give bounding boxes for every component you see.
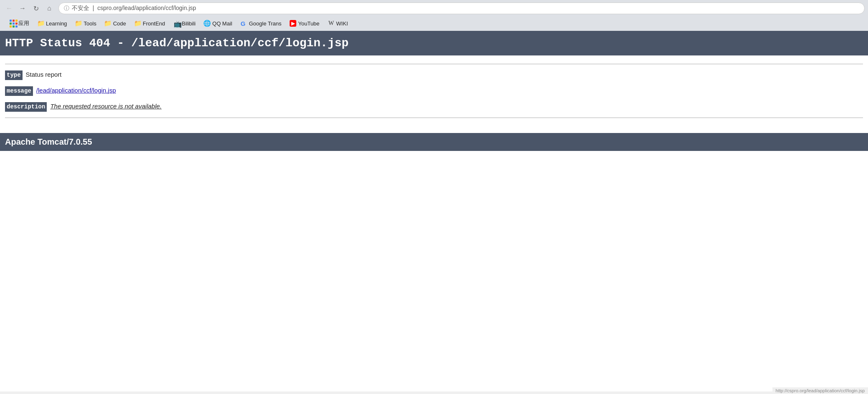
bookmark-code-label: Code — [113, 20, 126, 27]
bookmark-wiki[interactable]: W WIKI — [325, 19, 351, 28]
bookmark-bilibili-label: Bilibili — [182, 20, 196, 27]
back-button[interactable]: ← — [3, 3, 15, 14]
page-content: HTTP Status 404 - /lead/application/ccf/… — [0, 31, 868, 391]
nav-buttons: ← → ↻ ⌂ — [3, 3, 55, 14]
bookmark-learning[interactable]: 📁 Learning — [34, 19, 71, 28]
folder-frontend-icon: 📁 — [134, 20, 141, 27]
apps-label: 应用 — [18, 20, 29, 27]
qq-mail-icon: 🌐 — [204, 20, 211, 27]
browser-toolbar: ← → ↻ ⌂ ⓘ 不安全 | cspro.org/lead/applicati… — [3, 3, 865, 14]
top-divider — [5, 64, 863, 64]
tomcat-footer: Apache Tomcat/7.0.55 — [0, 133, 868, 151]
folder-tools-icon: 📁 — [76, 20, 82, 27]
bookmark-frontend[interactable]: 📁 FrontEnd — [131, 19, 168, 28]
type-value: Status report — [26, 70, 62, 80]
reload-button[interactable]: ↻ — [30, 3, 42, 14]
bookmark-tools-label: Tools — [84, 20, 96, 27]
url-domain: cspro.org/lead/application/ccf/login.jsp — [97, 5, 196, 11]
wiki-icon: W — [328, 20, 335, 27]
browser-chrome: ← → ↻ ⌂ ⓘ 不安全 | cspro.org/lead/applicati… — [0, 0, 868, 31]
forward-button[interactable]: → — [17, 3, 28, 14]
bookmark-google-trans-label: Google Trans — [249, 20, 281, 27]
bottom-divider — [5, 118, 863, 118]
address-bar[interactable]: ⓘ 不安全 | cspro.org/lead/application/ccf/l… — [58, 3, 865, 14]
folder-learning-icon: 📁 — [38, 20, 44, 27]
http-status-header: HTTP Status 404 - /lead/application/ccf/… — [0, 31, 868, 55]
bookmark-bilibili[interactable]: 📺 Bilibili — [170, 19, 199, 28]
status-title: HTTP Status 404 - /lead/application/ccf/… — [5, 37, 348, 50]
description-row: description The requested resource is no… — [5, 102, 863, 112]
security-icon: ⓘ — [64, 5, 69, 12]
apps-grid-icon — [10, 20, 17, 27]
url-text: 不安全 | cspro.org/lead/application/ccf/log… — [72, 5, 196, 12]
page-body: type Status report message /lead/applica… — [0, 55, 868, 126]
bookmark-apps[interactable]: 应用 — [7, 18, 33, 28]
message-label: message — [5, 86, 33, 96]
status-url: http://cspro.org/lead/application/ccf/lo… — [776, 388, 865, 391]
message-row: message /lead/application/ccf/login.jsp — [5, 86, 863, 96]
message-value: /lead/application/ccf/login.jsp — [36, 86, 116, 95]
type-label: type — [5, 70, 23, 80]
bookmark-learning-label: Learning — [46, 20, 67, 27]
bookmark-frontend-label: FrontEnd — [143, 20, 165, 27]
bookmark-qq-mail[interactable]: 🌐 QQ Mail — [201, 19, 236, 28]
status-bar: http://cspro.org/lead/application/ccf/lo… — [772, 387, 868, 391]
home-button[interactable]: ⌂ — [43, 3, 55, 14]
type-row: type Status report — [5, 70, 863, 80]
bookmark-code[interactable]: 📁 Code — [101, 19, 129, 28]
bilibili-icon: 📺 — [174, 20, 180, 27]
folder-code-icon: 📁 — [105, 20, 111, 27]
bookmark-qq-label: QQ Mail — [212, 20, 232, 27]
bookmark-google-trans[interactable]: G Google Trans — [237, 19, 285, 28]
google-trans-icon: G — [240, 20, 247, 27]
description-label: description — [5, 102, 47, 112]
bookmark-youtube-label: YouTube — [298, 20, 319, 27]
youtube-icon: ▶ — [290, 20, 296, 27]
bookmarks-bar: 应用 📁 Learning 📁 Tools 📁 Code 📁 FrontEnd … — [3, 17, 865, 31]
url-security: 不安全 — [72, 5, 89, 11]
description-value: The requested resource is not available. — [50, 102, 161, 111]
bookmark-tools[interactable]: 📁 Tools — [72, 19, 100, 28]
tomcat-label: Apache Tomcat/7.0.55 — [5, 137, 92, 146]
bookmark-youtube[interactable]: ▶ YouTube — [286, 19, 323, 28]
bookmark-wiki-label: WIKI — [336, 20, 348, 27]
message-link[interactable]: /lead/application/ccf/login.jsp — [36, 87, 116, 94]
